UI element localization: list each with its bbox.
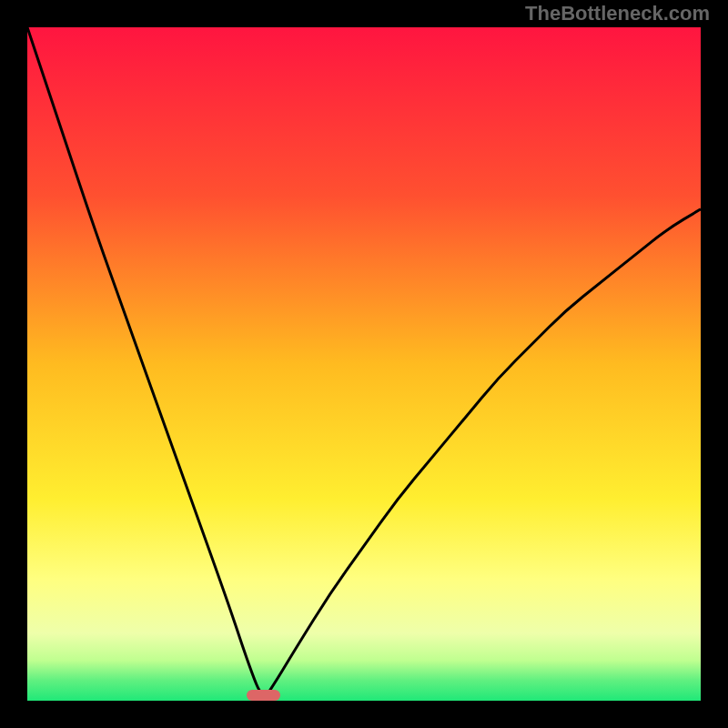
watermark-text: TheBottleneck.com bbox=[525, 2, 710, 25]
bottleneck-curve bbox=[27, 27, 701, 694]
optimal-marker bbox=[247, 690, 280, 701]
curve-layer bbox=[27, 27, 701, 701]
plot-area bbox=[27, 27, 701, 701]
